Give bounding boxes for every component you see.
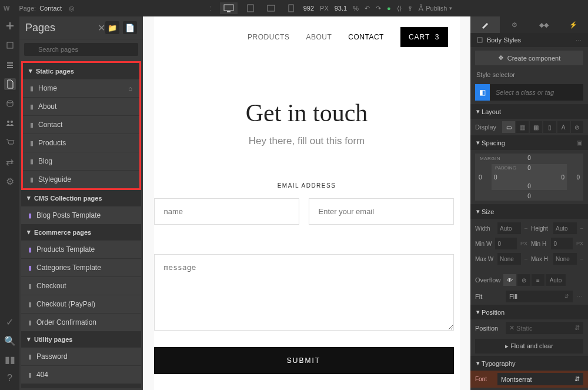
- page-subheading[interactable]: Hey there, fill out this form: [154, 135, 460, 147]
- add-icon[interactable]: [4, 20, 16, 32]
- swap-icon[interactable]: ⇄: [4, 156, 16, 168]
- display-flex-icon[interactable]: ▥: [516, 121, 529, 133]
- maxw-input[interactable]: None: [497, 253, 521, 265]
- display-grid-icon[interactable]: ▦: [530, 121, 542, 133]
- pages-search-input[interactable]: [24, 43, 138, 56]
- search-icon[interactable]: 🔍: [4, 335, 16, 346]
- page-item-home[interactable]: ▮Home⌂: [23, 79, 139, 97]
- maxh-input[interactable]: None: [553, 253, 577, 265]
- section-size[interactable]: ▾ Size: [470, 204, 588, 219]
- display-inline-icon[interactable]: A: [557, 121, 570, 133]
- overflow-scroll-icon[interactable]: ≡: [532, 274, 544, 286]
- display-block-icon[interactable]: ▭: [502, 121, 514, 133]
- page-item-blog-template[interactable]: ▮Blog Posts Template: [21, 206, 141, 224]
- publish-button[interactable]: ÅPublish▾: [419, 4, 453, 13]
- export-icon[interactable]: ⇪: [407, 5, 413, 12]
- fit-select[interactable]: Fill⇵: [506, 291, 573, 302]
- page-item-about[interactable]: ▮About: [23, 97, 139, 115]
- page-item-blog[interactable]: ▮Blog: [23, 152, 139, 170]
- selector-icon[interactable]: ◧: [475, 84, 490, 101]
- nav-products[interactable]: PRODUCTS: [248, 33, 289, 41]
- page-preview[interactable]: PRODUCTS ABOUT CONTACT CART 3 Get in tou…: [154, 16, 460, 390]
- page-item-checkout-paypal[interactable]: ▮Checkout (PayPal): [21, 295, 141, 313]
- position-select[interactable]: ✕ Static⇵: [506, 322, 583, 334]
- body-styles-header[interactable]: Body Styles ⋯: [470, 33, 588, 47]
- undo-icon[interactable]: ↶: [365, 5, 370, 12]
- close-icon[interactable]: ✕: [98, 22, 105, 34]
- page-item-order-confirmation[interactable]: ▮Order Confirmation: [21, 313, 141, 331]
- display-inline-block-icon[interactable]: ▯: [543, 121, 556, 133]
- submit-button[interactable]: SUBMIT: [154, 347, 454, 374]
- expand-icon[interactable]: ▣: [577, 139, 582, 146]
- cart-icon[interactable]: [4, 136, 16, 148]
- eye-icon[interactable]: ◎: [69, 5, 75, 12]
- page-item-styleguide[interactable]: ▮Styleguide: [23, 170, 139, 188]
- device-mobile-icon[interactable]: [285, 2, 298, 14]
- page-item-products-template[interactable]: ▮Products Template: [21, 240, 141, 258]
- section-layout[interactable]: ▾ Layout: [470, 104, 588, 119]
- device-tablet-icon[interactable]: [243, 2, 258, 14]
- class-selector-input[interactable]: [490, 84, 583, 101]
- new-page-icon[interactable]: 📄: [123, 21, 137, 34]
- nav-about[interactable]: ABOUT: [306, 33, 332, 41]
- nav-cart[interactable]: CART 3: [400, 27, 448, 47]
- page-item-checkout[interactable]: ▮Checkout: [21, 276, 141, 295]
- video-icon[interactable]: ▮▮: [4, 354, 16, 365]
- database-icon[interactable]: [4, 98, 16, 109]
- spacing-editor[interactable]: MARGIN 0 0 0 0 PADDING 0 0 0 0: [475, 154, 583, 201]
- tab-style-icon[interactable]: [470, 16, 500, 33]
- tab-effects-icon[interactable]: ◆◆: [529, 16, 559, 33]
- more-icon[interactable]: ⋮: [207, 5, 214, 12]
- name-input[interactable]: [154, 198, 299, 225]
- users-icon[interactable]: [4, 117, 16, 129]
- more-icon[interactable]: ⋯: [576, 293, 583, 301]
- new-folder-icon[interactable]: 📁: [105, 21, 119, 34]
- settings-icon[interactable]: ⚙: [4, 175, 16, 187]
- check-icon[interactable]: ✓: [4, 316, 16, 328]
- float-clear-button[interactable]: ▸ Float and clear: [475, 339, 583, 354]
- group-ecom-pages[interactable]: ▾Ecommerce pages: [21, 224, 141, 240]
- section-typography[interactable]: ▾ Typography: [470, 356, 588, 371]
- message-textarea[interactable]: [154, 254, 454, 331]
- status-ok-icon[interactable]: ●: [387, 5, 391, 12]
- overflow-hidden-icon[interactable]: ⊘: [517, 274, 530, 286]
- webflow-logo-icon[interactable]: W: [4, 5, 9, 12]
- list-icon[interactable]: [4, 59, 16, 71]
- code-icon[interactable]: ⟨⟩: [397, 5, 402, 12]
- minw-input[interactable]: 0: [495, 238, 516, 249]
- page-item-categories-template[interactable]: ▮Categories Template: [21, 258, 141, 276]
- email-input[interactable]: [309, 198, 454, 225]
- email-label[interactable]: EMAIL ADDRESS: [154, 182, 460, 189]
- box-icon[interactable]: [4, 39, 16, 51]
- page-item-products[interactable]: ▮Products: [23, 134, 139, 152]
- create-component-button[interactable]: ❖ Create component: [475, 51, 583, 65]
- nav-contact[interactable]: CONTACT: [348, 33, 384, 41]
- redo-icon[interactable]: ↷: [376, 5, 381, 12]
- help-icon[interactable]: ?: [4, 372, 16, 384]
- font-select[interactable]: Montserrat⇵: [497, 373, 583, 385]
- display-none-icon[interactable]: ⊘: [571, 121, 583, 133]
- device-desktop-icon[interactable]: [220, 2, 238, 14]
- svg-point-11: [7, 101, 13, 103]
- section-spacing[interactable]: ▾ Spacing▣: [470, 135, 588, 150]
- group-user-pages[interactable]: ▾User pages: [21, 384, 141, 390]
- group-static-pages[interactable]: ▾Static pages: [23, 63, 139, 79]
- width-input[interactable]: Auto: [497, 222, 521, 234]
- device-tablet-landscape-icon[interactable]: [263, 3, 279, 14]
- page-item-404[interactable]: ▮404: [21, 365, 141, 384]
- group-utility-pages[interactable]: ▾Utility pages: [21, 331, 141, 347]
- height-input[interactable]: Auto: [553, 222, 577, 234]
- page-name[interactable]: Contact: [39, 5, 62, 12]
- page-item-contact[interactable]: ▮Contact: [23, 115, 139, 134]
- page-item-password[interactable]: ▮Password: [21, 347, 141, 365]
- overflow-auto-button[interactable]: Auto: [546, 274, 566, 286]
- tab-settings-icon[interactable]: ⚙: [500, 16, 529, 33]
- pages-icon[interactable]: [4, 78, 16, 90]
- group-cms-pages[interactable]: ▾CMS Collection pages: [21, 190, 141, 206]
- overflow-visible-icon[interactable]: 👁: [503, 274, 516, 286]
- more-icon[interactable]: ⋯: [576, 37, 582, 44]
- tab-interactions-icon[interactable]: ⚡: [559, 16, 588, 33]
- page-heading[interactable]: Get in touch: [154, 99, 460, 127]
- section-position[interactable]: ▾ Position: [470, 305, 588, 319]
- minh-input[interactable]: 0: [551, 238, 572, 249]
